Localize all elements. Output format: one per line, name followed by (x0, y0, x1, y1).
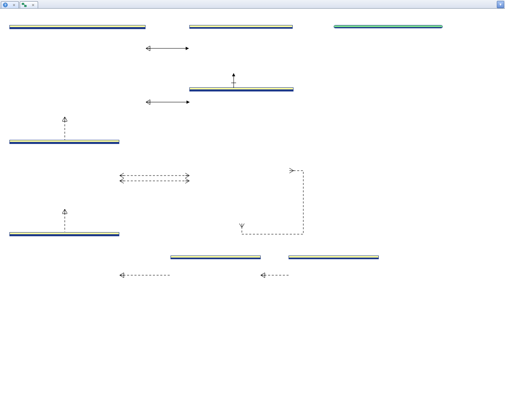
close-icon[interactable]: × (13, 2, 15, 7)
model-icon (22, 2, 27, 7)
entity-regions[interactable] (289, 256, 379, 259)
entity-locations[interactable] (9, 232, 119, 236)
entity-countries[interactable] (171, 256, 261, 259)
close-icon[interactable]: × (32, 2, 34, 7)
help-icon (3, 2, 8, 7)
entity-jobs[interactable] (189, 25, 293, 29)
tab-relational[interactable]: × (20, 1, 38, 8)
entity-job-history[interactable] (9, 25, 146, 29)
tab-start-page[interactable]: × (1, 1, 19, 8)
entity-emp-details-view[interactable] (334, 25, 443, 28)
chevron-down-icon: ▼ (499, 2, 503, 7)
tabbar-overflow-button[interactable]: ▼ (497, 1, 504, 8)
entity-employees[interactable] (189, 87, 293, 91)
entity-departments[interactable] (9, 140, 119, 144)
tab-bar: × × ▼ (0, 0, 505, 9)
diagram-canvas[interactable] (0, 9, 505, 420)
